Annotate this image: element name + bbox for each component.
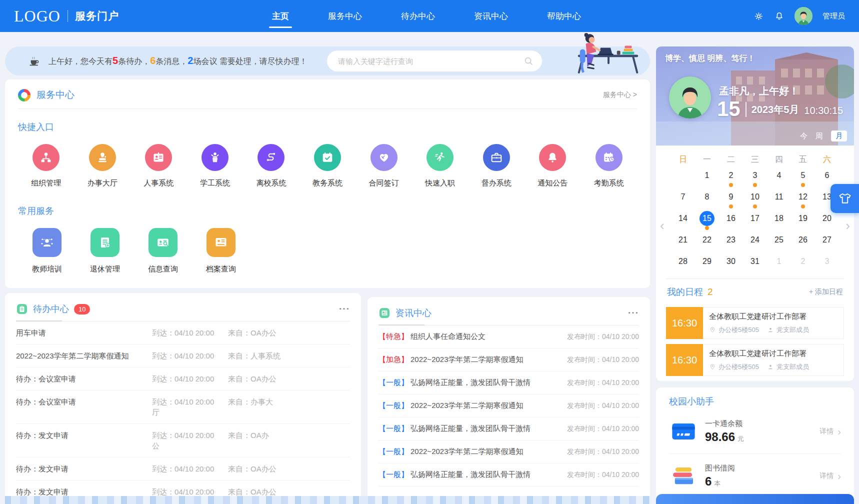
calendar-day[interactable]: 8 (695, 190, 719, 211)
calendar-day[interactable]: 21 (671, 232, 695, 254)
calendar-day[interactable]: 2 (719, 168, 743, 190)
profile-avatar[interactable] (669, 76, 711, 118)
todo-row[interactable]: 待办：发文申请 到达：04/10 20:00 来自：OA办公 (16, 458, 350, 480)
calendar-day[interactable]: 1 (767, 254, 791, 276)
tab-week[interactable]: 周 (816, 132, 823, 141)
desk-illustration (570, 26, 649, 76)
org-chart-icon (32, 144, 60, 171)
news-row[interactable]: 【一般】 弘扬网络正能量，激发团队骨干激情 发布时间：04/10 20:00 (378, 418, 639, 440)
news-row[interactable]: 【特急】 组织人事任命通知公文 发布时间：04/10 20:00 (378, 326, 639, 348)
quick-entry-leave-school[interactable]: 离校系统 (243, 144, 300, 188)
calendar-day[interactable]: 31 (743, 254, 767, 276)
calendar-day[interactable]: 1 (695, 168, 719, 190)
news-row[interactable]: 【一般】 弘扬网络正能量，激发团队骨干激情 发布时间：04/10 20:00 (378, 372, 639, 394)
calendar-day[interactable]: 15 (695, 211, 719, 232)
calendar-day[interactable]: 28 (671, 254, 695, 276)
calendar-day[interactable]: 2 (791, 254, 815, 276)
calendar-day[interactable]: 27 (815, 232, 839, 254)
todo-row[interactable]: 用车申请 到达：04/10 20:00 来自：OA办公 (16, 322, 350, 344)
user-avatar[interactable] (794, 7, 812, 25)
quick-entry-hall[interactable]: 办事大厅 (74, 144, 131, 188)
calendar-day[interactable]: 17 (743, 211, 767, 232)
calendar-day[interactable]: 10 (743, 190, 767, 211)
book-borrow-row[interactable]: 图书借阅 6本 详情 (669, 454, 841, 498)
calendar-day[interactable]: 7 (671, 190, 695, 211)
calendar-day[interactable]: 5 (791, 168, 815, 190)
todo-row[interactable]: 待办：发文申请 到达：04/10 20:00公 来自：OA办 (16, 424, 350, 458)
member-person-icon (767, 364, 774, 370)
quick-entry-org[interactable]: 组织管理 (18, 144, 74, 188)
search-input[interactable] (338, 57, 523, 66)
todo-row[interactable]: 2022~2023学年第二学期寒假通知 到达：04/10 20:00 来自：人事… (16, 344, 350, 368)
news-row[interactable]: 【加急】 2022~2023学年第二学期寒假通知 发布时间：04/10 20:0… (378, 348, 639, 372)
notification-bell-icon[interactable] (774, 11, 784, 22)
date-divider (746, 102, 746, 117)
calendar-day[interactable]: 26 (791, 232, 815, 254)
calendar-next-icon[interactable]: › (846, 220, 850, 230)
calendar-day[interactable]: 9 (719, 190, 743, 211)
quick-entry-notice[interactable]: 通知公告 (524, 144, 581, 188)
calendar-day[interactable]: 30 (719, 254, 743, 276)
quick-entry-hr[interactable]: 人事系统 (130, 144, 187, 188)
schedule-item[interactable]: 16:30 全体教职工党建研讨工作部署 办公楼5楼505 党支部成员 (666, 344, 844, 376)
weekday-label: 六 (815, 154, 839, 165)
stamp-icon (89, 144, 116, 171)
meeting-count: 2 (188, 55, 193, 66)
search-icon[interactable] (523, 56, 534, 66)
theme-skin-button[interactable] (830, 184, 859, 213)
common-service-retirement[interactable]: 退休管理 (76, 228, 134, 274)
add-schedule-button[interactable]: + 添加日程 (809, 288, 843, 296)
calendar-day[interactable]: 3 (815, 254, 839, 276)
calendar-day[interactable]: 29 (695, 254, 719, 276)
bottom-panels: 待办中心 10 ··· 用车申请 到达：04/10 20:00 来自：OA办公 … (5, 293, 650, 503)
settings-gear-icon[interactable] (754, 11, 764, 22)
schedule-time: 16:30 (666, 344, 703, 376)
calendar-day[interactable] (671, 168, 695, 190)
quick-entry-student[interactable]: 学工系统 (187, 144, 244, 188)
common-service-archive-query[interactable]: 档案查询 (192, 228, 250, 274)
nav-item[interactable]: 待办中心 (398, 0, 438, 32)
calendar-day[interactable]: 20 (815, 211, 839, 232)
calendar-day[interactable]: 22 (695, 232, 719, 254)
calendar-day[interactable]: 25 (767, 232, 791, 254)
quick-entry-onboarding[interactable]: 快速入职 (412, 144, 468, 188)
quick-entry-supervision[interactable]: 督办系统 (468, 144, 524, 188)
calendar-day[interactable]: 12 (791, 190, 815, 211)
calendar-day[interactable]: 14 (671, 211, 695, 232)
calendar-day[interactable]: 19 (791, 211, 815, 232)
calendar-day[interactable]: 16 (719, 211, 743, 232)
calendar-day[interactable]: 3 (743, 168, 767, 190)
quick-entry-row: 组织管理 办事大厅 人事系统 学工系统 离校系统 (18, 136, 637, 188)
calendar-day[interactable]: 23 (719, 232, 743, 254)
nav-item[interactable]: 主页 (269, 0, 292, 32)
location-pin-icon (709, 326, 716, 334)
news-row[interactable]: 【一般】 2022~2023学年第二学期寒假通知 发布时间：04/10 20:0… (378, 440, 639, 464)
todo-more-menu[interactable]: ··· (339, 304, 350, 314)
nav-item[interactable]: 服务中心 (325, 0, 365, 32)
news-row[interactable]: 【一般】 2022~2023学年第二学期寒假通知 发布时间：04/10 20:0… (378, 394, 639, 418)
service-center-more-link[interactable]: 服务中心 > (603, 90, 637, 100)
common-service-info-query[interactable]: 信息查询 (134, 228, 192, 274)
nav-item[interactable]: 资讯中心 (471, 0, 511, 32)
quick-entry-attendance[interactable]: 考勤系统 (580, 144, 637, 188)
todo-row[interactable]: 待办：会议室申请 到达：04/10 20:00厅 来自：办事大 (16, 390, 350, 424)
tab-today[interactable]: 今 (800, 132, 808, 141)
quick-entry-academic[interactable]: 教务系统 (300, 144, 356, 188)
calendar-prev-icon[interactable]: ‹ (660, 220, 664, 230)
month-label: 2023年5月 (752, 103, 800, 116)
schedule-item[interactable]: 16:30 全体教职工党建研讨工作部署 办公楼5楼505 党支部成员 (666, 307, 844, 339)
quick-entry-contract[interactable]: 合同签订 (356, 144, 412, 188)
card-detail-link[interactable]: 详情 (820, 427, 841, 436)
news-row[interactable]: 【一般】 弘扬网络正能量，激发团队骨干激情 发布时间：04/10 20:00 (378, 464, 639, 486)
calendar-day[interactable]: 11 (767, 190, 791, 211)
calendar-day[interactable]: 4 (767, 168, 791, 190)
todo-row[interactable]: 待办：会议室申请 到达：04/10 20:00 来自：OA办公 (16, 368, 350, 390)
card-balance-row[interactable]: 一卡通余额 98.66元 详情 (669, 410, 841, 454)
tab-month[interactable]: 月 (831, 130, 847, 142)
news-more-menu[interactable]: ··· (628, 308, 639, 318)
member-person-icon (767, 326, 774, 334)
book-detail-link[interactable]: 详情 (820, 472, 841, 480)
common-service-teacher-training[interactable]: 教师培训 (18, 228, 76, 274)
calendar-day[interactable]: 18 (767, 211, 791, 232)
calendar-day[interactable]: 24 (743, 232, 767, 254)
